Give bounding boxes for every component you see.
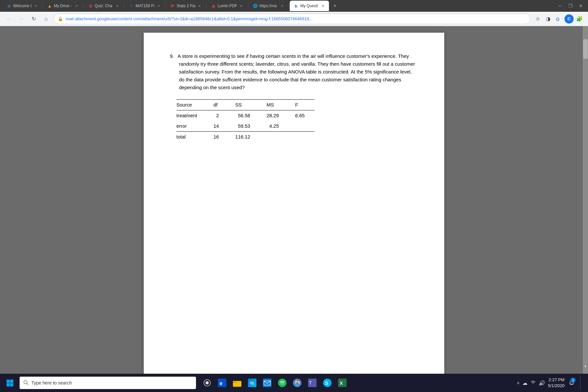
minimize-button[interactable]: ─ [555, 1, 564, 10]
scrollbar-thumb[interactable] [583, 39, 588, 59]
question-number: 9. [170, 53, 174, 59]
tab-sep-4 [165, 3, 166, 9]
tab-myquest-close[interactable]: ✕ [321, 3, 325, 9]
total-ms [260, 132, 289, 142]
tab-sep-7 [289, 3, 289, 9]
task-view-button[interactable] [200, 376, 214, 390]
svg-text:🛍: 🛍 [250, 380, 254, 385]
profile-button[interactable]: C [564, 14, 574, 24]
tab-quiz-label: Quiz: Cha [95, 4, 113, 8]
address-bar[interactable]: 🔒 mail-attachment.googleusercontent.com/… [54, 14, 531, 24]
chrome-button[interactable] [290, 376, 304, 390]
anova-table: Source df SS MS F treatment 2 56 [176, 99, 315, 142]
tab-gmail-close[interactable]: ✕ [197, 3, 202, 9]
close-button[interactable]: ✕ [576, 1, 585, 10]
excel-icon: X [338, 379, 347, 387]
edge-icon-button[interactable]: e [215, 376, 229, 390]
svg-rect-13 [233, 381, 237, 382]
volume-tray-icon[interactable]: 🔊 [539, 380, 545, 386]
svg-rect-4 [10, 383, 13, 386]
search-input-placeholder: Type here to search [31, 380, 72, 385]
chrome-icon [293, 379, 302, 387]
tab-quiz[interactable]: ✿ Quiz: Cha ✕ [84, 1, 123, 11]
title-bar: ⊕ Welcome t ✕ ▲ My Drive - ✕ ✿ Quiz: Cha… [0, 0, 588, 12]
tab-https-favicon: 🌐 [253, 4, 257, 8]
tab-drive-label: My Drive - [54, 4, 73, 8]
tab-drive-close[interactable]: ✕ [74, 3, 79, 9]
tab-lumin-favicon: ◉ [211, 4, 216, 8]
start-button[interactable] [3, 376, 17, 390]
forward-button[interactable]: → [16, 14, 26, 24]
show-hidden-icons[interactable]: ∧ [517, 381, 520, 385]
dark-mode-button[interactable]: ◑ [544, 14, 553, 24]
skype-button[interactable]: S [320, 376, 335, 390]
tab-mat-label: MAT158 Fi [136, 4, 155, 8]
treatment-f: 6.65 [289, 110, 315, 121]
google-account-g[interactable]: G [554, 14, 563, 24]
browser-frame: ⊕ Welcome t ✕ ▲ My Drive - ✕ ✿ Quiz: Cha… [0, 0, 588, 392]
excel-button[interactable]: X [335, 376, 350, 390]
tab-welcome-favicon: ⊕ [7, 4, 11, 8]
tab-mat[interactable]: ≡ MAT158 Fi ✕ [125, 1, 165, 11]
tab-sep-5 [206, 3, 206, 9]
tab-gmail[interactable]: M Stats 2 Fia ✕ [166, 1, 205, 11]
tab-drive[interactable]: ▲ My Drive - ✕ [43, 1, 83, 11]
tab-sep-2 [83, 3, 84, 9]
clock-date: 5/1/2020 [548, 383, 564, 389]
wifi-icon [530, 380, 536, 385]
new-tab-button[interactable]: + [330, 1, 339, 10]
home-button[interactable]: ⌂ [41, 14, 51, 24]
tab-welcome-close[interactable]: ✕ [34, 3, 38, 9]
svg-point-5 [24, 381, 27, 384]
error-ss: 59.53 [229, 121, 260, 132]
tab-https-close[interactable]: ✕ [280, 3, 284, 9]
store-button[interactable]: 🛍 [245, 376, 259, 390]
teams-button[interactable]: T [305, 376, 319, 390]
error-ms: 4.25 [260, 121, 289, 132]
extensions-button[interactable]: 🧩 [575, 14, 584, 24]
scroll-down-arrow[interactable]: ▼ [583, 364, 588, 368]
anova-header-row: Source df SS MS F [176, 100, 315, 110]
scrollbar-track[interactable]: ▼ [583, 26, 588, 374]
tab-sep-1 [42, 3, 43, 9]
error-f [289, 121, 315, 132]
error-source: error [176, 121, 207, 132]
search-icon [24, 380, 29, 385]
search-bar[interactable]: Type here to search [20, 377, 196, 389]
tab-https[interactable]: 🌐 https://ma ✕ [249, 1, 288, 11]
total-df: 16 [207, 132, 229, 142]
refresh-button[interactable]: ↻ [29, 14, 39, 24]
tab-mat-close[interactable]: ✕ [156, 3, 161, 9]
clock[interactable]: 2:27 PM 5/1/2020 [548, 377, 564, 389]
question-body: A store is experimenting to see if havin… [178, 53, 415, 90]
mail-button[interactable] [260, 376, 274, 390]
file-explorer-button[interactable] [230, 376, 244, 390]
svg-line-6 [27, 384, 28, 385]
tab-quiz-favicon: ✿ [88, 4, 93, 8]
header-ms: MS [260, 100, 289, 110]
tab-mat-favicon: ≡ [129, 4, 134, 8]
notification-badge: 3 [570, 378, 576, 383]
show-desktop-button[interactable] [580, 376, 583, 390]
bookmark-button[interactable]: ☆ [533, 14, 542, 24]
system-tray: ☁ 🔊 [522, 380, 545, 386]
tab-gmail-favicon: M [170, 4, 175, 8]
tab-welcome-label: Welcome t [13, 4, 32, 8]
tab-quiz-close[interactable]: ✕ [115, 3, 120, 9]
svg-rect-1 [7, 380, 10, 383]
svg-text:G: G [556, 17, 560, 22]
notification-button[interactable]: 3 [567, 376, 576, 390]
tab-sep-6 [248, 3, 248, 9]
back-button[interactable]: ← [4, 14, 14, 24]
pdf-container: 9. A store is experimenting to see if ha… [0, 26, 588, 374]
network-tray-icon[interactable] [530, 380, 536, 386]
spotify-button[interactable] [275, 376, 289, 390]
tab-welcome[interactable]: ⊕ Welcome t ✕ [3, 1, 42, 11]
maximize-button[interactable]: ❐ [566, 1, 575, 10]
tab-myquest[interactable]: b My Questi ✕ [290, 1, 329, 11]
tab-lumin[interactable]: ◉ Lumin PDF ✕ [207, 1, 247, 11]
cloud-tray-icon: ☁ [522, 380, 528, 386]
taskbar-icons: e 🛍 [200, 376, 350, 390]
tab-lumin-close[interactable]: ✕ [239, 3, 243, 9]
tab-drive-favicon: ▲ [47, 4, 52, 8]
